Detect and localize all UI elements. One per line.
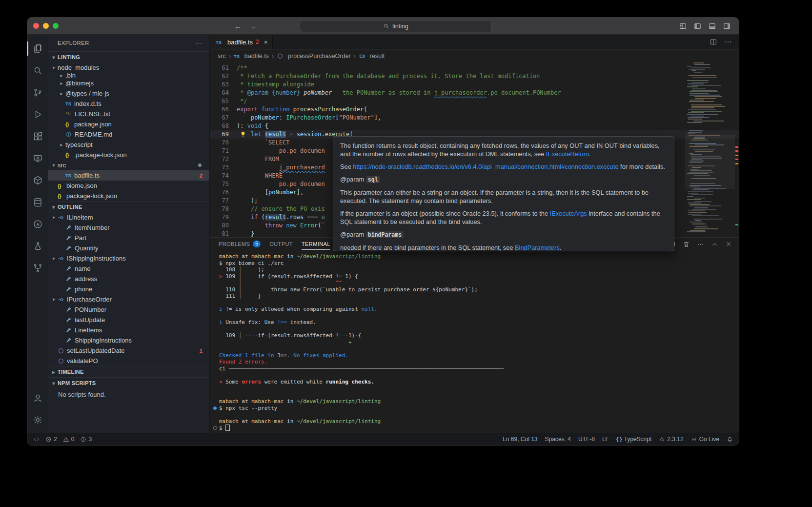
- status-biome-version[interactable]: 2.3.12: [659, 436, 683, 443]
- breadcrumb-processpurchaseorder[interactable]: processPurchaseOrder: [277, 53, 351, 60]
- status-language-mode[interactable]: { }TypeScript: [616, 436, 651, 443]
- command-success-dot[interactable]: [213, 406, 217, 410]
- close-panel-icon[interactable]: [725, 241, 732, 247]
- file-src[interactable]: ▾src: [48, 160, 209, 170]
- tab-badfile-ts[interactable]: TS badfile.ts 2 ×: [210, 35, 273, 49]
- activity-explorer[interactable]: [27, 38, 48, 60]
- file-types-mle-js[interactable]: ▸@types / mle-js: [48, 88, 209, 99]
- file-biome-json[interactable]: {}biome.json: [48, 181, 209, 191]
- outline-ipurchaseorder[interactable]: ▾IPurchaseOrder: [48, 294, 209, 304]
- lightbulb-icon[interactable]: [240, 131, 246, 138]
- file-typescript[interactable]: ▸typescript: [48, 140, 209, 150]
- close-window-button[interactable]: [33, 23, 39, 29]
- forward-icon[interactable]: →: [249, 22, 257, 30]
- activity-remote-explorer[interactable]: [27, 147, 48, 169]
- command-center-search[interactable]: linting: [300, 20, 492, 32]
- outline-ponumber[interactable]: PONumber: [48, 304, 209, 315]
- file-index-d-ts[interactable]: TSindex.d.ts: [48, 99, 209, 109]
- zoom-window-button[interactable]: [53, 23, 59, 29]
- activity-settings[interactable]: [27, 409, 48, 431]
- section-header-timeline[interactable]: ▸ TIMELINE: [48, 366, 209, 377]
- outline-name[interactable]: name: [48, 264, 209, 274]
- breadcrumb-badfile-ts[interactable]: TSbadfile.ts: [234, 53, 269, 60]
- explorer-more-actions-icon[interactable]: [195, 40, 203, 47]
- status-cursor-position[interactable]: Ln 69, Col 13: [503, 436, 537, 443]
- minimap[interactable]: [685, 62, 735, 237]
- section-header-npm-scripts[interactable]: ▾ NPM SCRIPTS: [48, 377, 209, 388]
- tooltip-link[interactable]: https://node-oracledb.readthedocs.io/en/…: [353, 163, 618, 170]
- titlebar[interactable]: ← → linting: [27, 18, 739, 35]
- kill-terminal-icon[interactable]: [683, 241, 690, 248]
- status-warnings[interactable]: 0: [63, 436, 75, 443]
- status-notifications[interactable]: [727, 436, 733, 443]
- line-number: 79: [210, 213, 237, 222]
- file-node-modules[interactable]: ▾node_modules: [48, 62, 209, 73]
- file-package-json[interactable]: {}package.json: [48, 119, 209, 129]
- outline-lastupdate[interactable]: lastUpdate: [48, 315, 209, 325]
- status-encoding[interactable]: UTF-8: [578, 436, 595, 443]
- database-icon: [33, 197, 43, 207]
- editor-group: TS badfile.ts 2 × src›TSbadfile.ts›proce…: [210, 35, 739, 433]
- tooltip-link[interactable]: IExecuteArgs: [550, 210, 587, 217]
- activity-fork[interactable]: [27, 257, 48, 279]
- activity-accounts[interactable]: [27, 387, 48, 409]
- outline-lineitems[interactable]: LineItems: [48, 325, 209, 335]
- status-indentation[interactable]: Spaces: 4: [545, 436, 571, 443]
- status-errors[interactable]: 2: [45, 436, 57, 443]
- outline-phone[interactable]: phone: [48, 284, 209, 294]
- editor-more-actions-icon[interactable]: [724, 38, 732, 46]
- explorer-sidebar[interactable]: EXPLORER ▾ LINTING ▾node_modules▸.bin▸@b…: [48, 35, 210, 433]
- file-package-lock-json[interactable]: {}.package-lock.json: [48, 150, 209, 160]
- section-header-outline[interactable]: ▾ OUTLINE: [48, 201, 209, 212]
- status-remote[interactable]: [33, 436, 40, 443]
- split-editor-icon[interactable]: [710, 38, 717, 46]
- symbol-interface-icon: [58, 214, 64, 221]
- outline-part[interactable]: Part: [48, 233, 209, 243]
- activity-testing[interactable]: [27, 235, 48, 257]
- minimap-slider[interactable]: [685, 135, 735, 189]
- panel-tab-output[interactable]: OUTPUT: [269, 238, 293, 250]
- terminal-cursor: [225, 425, 230, 431]
- maximize-panel-icon[interactable]: [711, 241, 718, 248]
- file-bin[interactable]: ▸.bin: [48, 73, 209, 78]
- terminal[interactable]: mabach at mabach-mac in ~/devel/javascri…: [210, 250, 739, 433]
- file-readme-md[interactable]: README.md: [48, 129, 209, 140]
- breadcrumb-result[interactable]: result: [359, 53, 385, 60]
- status-go-live[interactable]: Go Live: [691, 436, 719, 443]
- section-header-project[interactable]: ▾ LINTING: [48, 51, 209, 62]
- panel-tab-terminal[interactable]: TERMINAL: [302, 238, 330, 250]
- outline-shippinginstructions[interactable]: ShippingInstructions: [48, 335, 209, 345]
- file-package-lock-json[interactable]: {}package-lock.json: [48, 191, 209, 201]
- file-badfile-ts[interactable]: TSbadfile.ts2: [48, 170, 209, 181]
- status-info[interactable]: 3: [80, 436, 92, 443]
- activity-run-debug[interactable]: [27, 103, 48, 125]
- outline-itemnumber[interactable]: ItemNumber: [48, 223, 209, 233]
- flask-icon: [33, 241, 43, 251]
- tooltip-link[interactable]: IExecuteReturn: [546, 150, 589, 158]
- activity-search[interactable]: [27, 60, 48, 81]
- outline-quantity[interactable]: Quantity: [48, 243, 209, 253]
- status-eol[interactable]: LF: [602, 436, 609, 443]
- outline-ishippinginstructions[interactable]: ▾IShippingInstructions: [48, 253, 209, 264]
- activity-bar[interactable]: A: [27, 35, 48, 433]
- activity-extensions[interactable]: [27, 125, 48, 147]
- file-license-txt[interactable]: LICENSE.txt: [48, 109, 209, 119]
- problem-badge: 1: [200, 348, 206, 354]
- activity-package[interactable]: [27, 169, 48, 191]
- close-tab-icon[interactable]: ×: [264, 39, 268, 46]
- outline-ilineitem[interactable]: ▾ILineItem: [48, 212, 209, 223]
- panel-more-actions-icon[interactable]: [697, 241, 704, 248]
- outline-validatepo[interactable]: validatePO: [48, 356, 209, 366]
- outline-address[interactable]: address: [48, 274, 209, 284]
- minimize-window-button[interactable]: [43, 23, 49, 29]
- activity-oracle[interactable]: A: [27, 213, 48, 235]
- back-icon[interactable]: ←: [234, 22, 242, 30]
- panel-tab-problems[interactable]: PROBLEMS5: [219, 238, 261, 250]
- command-pending-ring[interactable]: [213, 426, 217, 430]
- outline-setlastupdateddate[interactable]: setLastUpdatedDate1: [48, 345, 209, 356]
- activity-database[interactable]: [27, 191, 48, 213]
- activity-source-control[interactable]: [27, 81, 48, 103]
- tooltip-link[interactable]: BindParameters: [515, 244, 560, 251]
- file-biomejs[interactable]: ▸@biomejs: [48, 78, 209, 88]
- breadcrumb-src[interactable]: src: [218, 53, 226, 60]
